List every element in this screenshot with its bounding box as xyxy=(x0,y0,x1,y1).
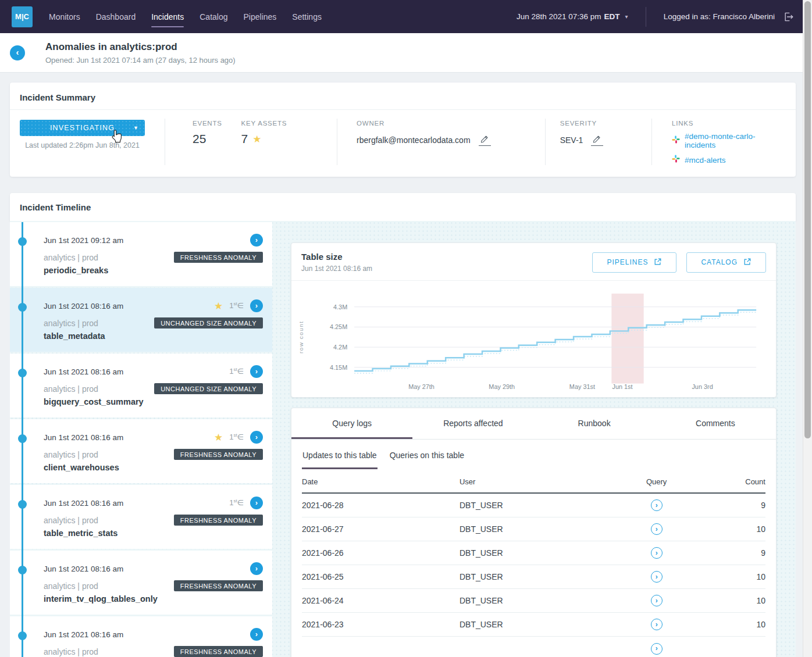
tab-reports-affected[interactable]: Reports affected xyxy=(412,408,533,439)
timeline-item-table: client_warehouses xyxy=(44,463,263,472)
first-occurrence-icon[interactable]: 1st∈ xyxy=(229,301,244,310)
detail-tabs: Query logs Reports affected Runbook Comm… xyxy=(291,408,776,440)
content: Incident Summary INVESTIGATING ▼ Last up… xyxy=(0,73,812,657)
datetime-dropdown[interactable]: Jun 28th 2021 07:36 pm EDT ▾ xyxy=(517,12,628,21)
subtab-queries-on-this-table[interactable]: Queries on this table xyxy=(389,451,465,469)
open-incident-chevron-button[interactable]: › xyxy=(250,628,263,641)
view-query-chevron-button[interactable]: › xyxy=(651,643,663,655)
nav-item-catalog[interactable]: Catalog xyxy=(200,0,227,33)
timeline-item[interactable]: Jun 1st 2021 08:16 am 1st∈ › analytics |… xyxy=(10,354,272,417)
datetime-label: Jun 28th 2021 07:36 pm xyxy=(517,12,601,21)
table-row: 2021-06-26 DBT_USER › 9 xyxy=(302,541,765,565)
view-query-chevron-button[interactable]: › xyxy=(651,523,663,535)
subtab-updates-to-this-table[interactable]: Updates to this table xyxy=(302,451,377,469)
logout-icon[interactable] xyxy=(783,11,795,23)
timeline-list: Jun 1st 2021 09:12 am › analytics | prod… xyxy=(10,222,272,657)
incident-summary-card: Incident Summary INVESTIGATING ▼ Last up… xyxy=(10,83,796,177)
svg-text:May 29th: May 29th xyxy=(489,384,515,391)
open-incident-chevron-button[interactable]: › xyxy=(250,497,263,509)
cell-user: DBT_USER xyxy=(460,501,603,510)
table-row: 2021-06-23 DBT_USER › 10 xyxy=(302,613,765,637)
monte-carlo-logo[interactable]: M|C xyxy=(12,6,33,27)
open-incident-chevron-button[interactable]: › xyxy=(250,562,263,575)
timeline-dot-icon xyxy=(18,566,27,574)
nav-item-pipelines[interactable]: Pipelines xyxy=(244,0,277,33)
first-occurrence-icon[interactable]: 1st∈ xyxy=(229,367,244,376)
query-logs-card: Query logs Reports affected Runbook Comm… xyxy=(291,408,777,657)
column-header-count: Count xyxy=(710,477,765,486)
open-incident-chevron-button[interactable]: › xyxy=(250,234,263,247)
edit-owner-pencil-icon[interactable] xyxy=(479,134,491,146)
table-row: 2021-06-25 DBT_USER › 10 xyxy=(302,565,765,589)
anomaly-type-badge: UNCHANGED SIZE ANOMALY xyxy=(154,317,263,328)
tab-query-logs[interactable]: Query logs xyxy=(291,408,412,439)
nav-item-incidents[interactable]: Incidents xyxy=(151,0,184,33)
timeline-item[interactable]: Jun 1st 2021 08:16 am › analytics | prod… xyxy=(10,616,272,657)
key-assets-stat: KEY ASSETS 7 ★ xyxy=(241,119,316,165)
timeline-item[interactable]: Jun 1st 2021 08:16 am ★ 1st∈ › analytics… xyxy=(10,288,272,352)
divider xyxy=(651,119,652,165)
anomaly-type-badge: FRESHNESS ANOMALY xyxy=(174,515,263,526)
first-occurrence-icon[interactable]: 1st∈ xyxy=(229,498,244,507)
open-incident-chevron-button[interactable]: › xyxy=(250,431,263,444)
view-query-chevron-button[interactable]: › xyxy=(651,619,663,630)
page-header-text: Anomalies in analytics:prod Opened: Jun … xyxy=(45,41,236,65)
pipelines-button[interactable]: PIPELINES xyxy=(592,252,676,273)
divider xyxy=(165,119,165,165)
anomaly-type-badge: UNCHANGED SIZE ANOMALY xyxy=(154,383,263,394)
nav-item-dashboard[interactable]: Dashboard xyxy=(96,0,136,33)
timeline-item[interactable]: Jun 1st 2021 08:16 am ★ 1st∈ › analytics… xyxy=(10,419,272,483)
owner-field: OWNER rbergfalk@montecarlodata.com xyxy=(357,119,545,165)
timeline-item-dataset: analytics | prod xyxy=(44,450,98,459)
star-icon[interactable]: ★ xyxy=(214,431,223,444)
slack-channel-link[interactable]: #mcd-alerts xyxy=(685,156,726,165)
svg-text:4.2M: 4.2M xyxy=(333,344,347,351)
table-row: 2021-06-28 DBT_USER › 9 xyxy=(302,494,765,517)
timeline-dot-icon xyxy=(18,434,27,443)
timeline-item[interactable]: Jun 1st 2021 08:16 am 1st∈ › analytics |… xyxy=(10,485,272,549)
status-dropdown-button[interactable]: INVESTIGATING ▼ xyxy=(20,120,145,136)
tab-comments[interactable]: Comments xyxy=(655,408,776,439)
query-log-table-header: Date User Query Count xyxy=(302,469,765,494)
view-query-chevron-button[interactable]: › xyxy=(651,547,663,559)
open-incident-chevron-button[interactable]: › xyxy=(250,299,263,312)
anomaly-type-badge: FRESHNESS ANOMALY xyxy=(174,449,263,460)
edit-severity-pencil-icon[interactable] xyxy=(591,134,603,146)
timeline-dot-icon xyxy=(18,369,27,377)
first-occurrence-icon[interactable]: 1st∈ xyxy=(229,433,244,441)
timeline-item-table: table_metric_stats xyxy=(44,529,263,538)
cell-date: 2021-06-24 xyxy=(302,596,460,605)
table-size-subtitle: Jun 1st 2021 08:16 am xyxy=(301,265,372,273)
star-icon[interactable]: ★ xyxy=(214,300,223,312)
links-label: LINKS xyxy=(672,120,786,127)
key-assets-label: KEY ASSETS xyxy=(241,120,316,127)
severity-label: SEVERITY xyxy=(560,120,651,127)
back-button[interactable]: ‹ xyxy=(10,45,25,60)
timeline-item[interactable]: Jun 1st 2021 09:12 am › analytics | prod… xyxy=(10,222,272,286)
divider xyxy=(337,119,337,165)
timeline-item-date: Jun 1st 2021 08:16 am xyxy=(44,630,123,639)
nav-item-settings[interactable]: Settings xyxy=(292,0,322,33)
page-title: Anomalies in analytics:prod xyxy=(45,41,236,53)
events-value: 25 xyxy=(193,132,241,146)
row-count-step-chart: 4.3M4.25M4.2M4.15MMay 27thMay 29thMay 31… xyxy=(295,289,768,392)
view-query-chevron-button[interactable]: › xyxy=(651,595,663,606)
tab-runbook[interactable]: Runbook xyxy=(534,408,655,439)
catalog-button[interactable]: CATALOG xyxy=(686,252,766,273)
column-header-user: User xyxy=(460,477,603,486)
timeline-item-table: bigquery_cost_summary xyxy=(44,397,263,406)
view-query-chevron-button[interactable]: › xyxy=(651,499,663,511)
svg-text:4.15M: 4.15M xyxy=(330,364,347,371)
slack-channel-link[interactable]: #demo-monte-carlo-incidents xyxy=(685,132,786,149)
timeline-detail-panel: Table size Jun 1st 2021 08:16 am PIPELIN… xyxy=(272,222,796,657)
scrollbar-thumb[interactable] xyxy=(804,1,811,438)
divider xyxy=(545,119,546,165)
view-query-chevron-button[interactable]: › xyxy=(651,571,663,583)
nav-right: Jun 28th 2021 07:36 pm EDT ▾ Logged in a… xyxy=(517,7,795,27)
timeline-item[interactable]: Jun 1st 2021 08:16 am › analytics | prod… xyxy=(10,551,272,615)
incident-timeline-body: Jun 1st 2021 09:12 am › analytics | prod… xyxy=(10,221,796,657)
nav-item-monitors[interactable]: Monitors xyxy=(49,0,80,33)
timeline-item-dataset: analytics | prod xyxy=(44,516,98,525)
owner-value: rbergfalk@montecarlodata.com xyxy=(357,135,471,145)
open-incident-chevron-button[interactable]: › xyxy=(250,365,263,378)
